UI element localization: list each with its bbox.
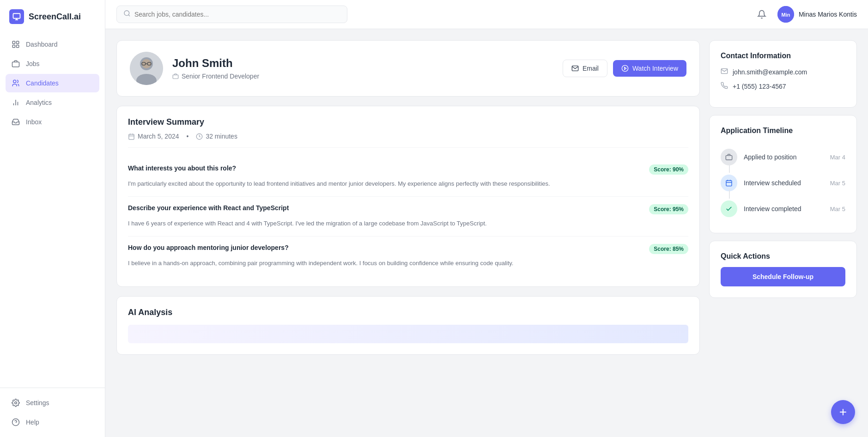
sidebar-nav: Dashboard Jobs Candidates [0, 35, 105, 388]
search-input[interactable] [134, 11, 340, 18]
candidates-icon [11, 79, 20, 88]
sidebar-item-dashboard[interactable]: Dashboard [6, 35, 99, 54]
sidebar-item-settings[interactable]: Settings [6, 394, 99, 412]
svg-rect-24 [173, 75, 178, 79]
schedule-followup-button[interactable]: Schedule Follow-up [721, 267, 845, 286]
timeline-item-completed: Interview completed Mar 5 [721, 196, 845, 222]
sidebar-bottom: Settings Help [0, 388, 105, 437]
analytics-label: Analytics [26, 99, 52, 106]
user-info[interactable]: Min Minas Marios Kontis [777, 6, 857, 23]
applied-label: Applied to position [744, 153, 824, 161]
meta-separator: • [187, 133, 189, 140]
main-content: Min Minas Marios Kontis [105, 0, 868, 437]
user-name: Minas Marios Kontis [799, 11, 857, 18]
answer-3: I believe in a hands-on approach, combin… [128, 259, 688, 268]
question-3: How do you approach mentoring junior dev… [128, 244, 642, 251]
jobs-icon [11, 59, 20, 68]
completed-icon [721, 200, 737, 217]
candidate-avatar [130, 52, 163, 85]
qa-item-3: How do you approach mentoring junior dev… [128, 237, 688, 276]
notification-button[interactable] [753, 6, 770, 23]
search-bar[interactable] [116, 6, 347, 23]
email-label: Email [583, 65, 599, 72]
score-badge-1: Score: 90% [649, 164, 688, 175]
meta-date: March 5, 2024 [128, 133, 179, 140]
svg-rect-33 [726, 181, 732, 186]
meta-duration: 32 minutes [196, 133, 237, 140]
analytics-icon [11, 98, 20, 107]
sidebar-item-analytics[interactable]: Analytics [6, 93, 99, 112]
settings-label: Settings [26, 399, 49, 407]
email-button[interactable]: Email [563, 60, 607, 77]
scheduled-date: Mar 5 [830, 180, 845, 187]
quick-actions-card: Quick Actions Schedule Follow-up [709, 241, 857, 298]
interview-summary-card: Interview Summary March 5, 2024 • 32 min… [116, 106, 700, 287]
interview-date: March 5, 2024 [138, 133, 179, 140]
dashboard-icon [11, 40, 20, 49]
timeline-card: Application Timeline Applied to position… [709, 115, 857, 233]
score-badge-2: Score: 95% [649, 204, 688, 214]
left-column: John Smith Senior Frontend Developer Ema… [116, 40, 700, 426]
candidates-label: Candidates [26, 79, 59, 87]
sidebar-item-help[interactable]: Help [6, 413, 99, 431]
completed-date: Mar 5 [830, 206, 845, 212]
answer-1: I'm particularly excited about the oppor… [128, 179, 688, 189]
sidebar-item-inbox[interactable]: Inbox [6, 113, 99, 131]
svg-rect-27 [129, 134, 134, 139]
summary-title: Interview Summary [128, 117, 688, 127]
inbox-label: Inbox [26, 118, 42, 126]
answer-2: I have 6 years of experience with React … [128, 219, 688, 229]
svg-rect-3 [12, 45, 15, 48]
phone-value: +1 (555) 123-4567 [733, 83, 786, 90]
ai-analysis-placeholder [128, 325, 688, 343]
sidebar-item-jobs[interactable]: Jobs [6, 55, 99, 73]
score-badge-3: Score: 85% [649, 244, 688, 254]
profile-actions: Email Watch Interview [563, 60, 686, 77]
settings-icon [11, 398, 20, 407]
sidebar: ScreenCall.ai Dashboard Jobs [0, 0, 105, 437]
role-label: Senior Frontend Developer [182, 73, 259, 80]
summary-meta: March 5, 2024 • 32 minutes [128, 133, 688, 148]
fab-button[interactable]: + [831, 400, 855, 424]
app-name: ScreenCall.ai [29, 12, 81, 22]
logo-icon [9, 9, 24, 24]
timeline-title: Application Timeline [721, 127, 845, 135]
avatar: Min [777, 6, 794, 23]
question-2: Describe your experience with React and … [128, 204, 642, 212]
candidate-role: Senior Frontend Developer [172, 73, 553, 80]
svg-point-13 [124, 11, 129, 16]
timeline-item-applied: Applied to position Mar 4 [721, 144, 845, 170]
scheduled-label: Interview scheduled [744, 179, 824, 187]
svg-rect-5 [12, 62, 19, 67]
timeline: Applied to position Mar 4 Interview sche… [721, 144, 845, 222]
watch-interview-button[interactable]: Watch Interview [613, 60, 686, 77]
sidebar-item-candidates[interactable]: Candidates [6, 74, 99, 92]
profile-card: John Smith Senior Frontend Developer Ema… [116, 40, 700, 97]
scheduled-icon [721, 175, 737, 191]
help-label: Help [26, 419, 39, 426]
app-logo: ScreenCall.ai [0, 0, 105, 35]
applied-icon [721, 149, 737, 165]
email-icon [721, 67, 728, 76]
contact-card: Contact Information john.smith@example.c… [709, 40, 857, 108]
content-area: John Smith Senior Frontend Developer Ema… [105, 29, 868, 437]
header: Min Minas Marios Kontis [105, 0, 868, 29]
header-right: Min Minas Marios Kontis [753, 6, 857, 23]
right-column: Contact Information john.smith@example.c… [709, 40, 857, 426]
email-value: john.smith@example.com [733, 68, 807, 76]
svg-rect-32 [726, 156, 732, 160]
help-icon [11, 418, 20, 427]
ai-analysis-card: AI Analysis [116, 296, 700, 355]
interview-duration: 32 minutes [206, 133, 237, 140]
contact-title: Contact Information [721, 52, 845, 60]
svg-marker-26 [625, 67, 626, 69]
ai-title: AI Analysis [128, 308, 688, 317]
candidate-name: John Smith [172, 57, 553, 70]
profile-info: John Smith Senior Frontend Developer [172, 57, 553, 80]
watch-label: Watch Interview [632, 65, 678, 72]
contact-phone: +1 (555) 123-4567 [721, 82, 845, 91]
search-icon [123, 10, 131, 19]
svg-rect-2 [17, 41, 19, 43]
qa-item-1: What interests you about this role? Scor… [128, 157, 688, 197]
phone-icon [721, 82, 728, 91]
